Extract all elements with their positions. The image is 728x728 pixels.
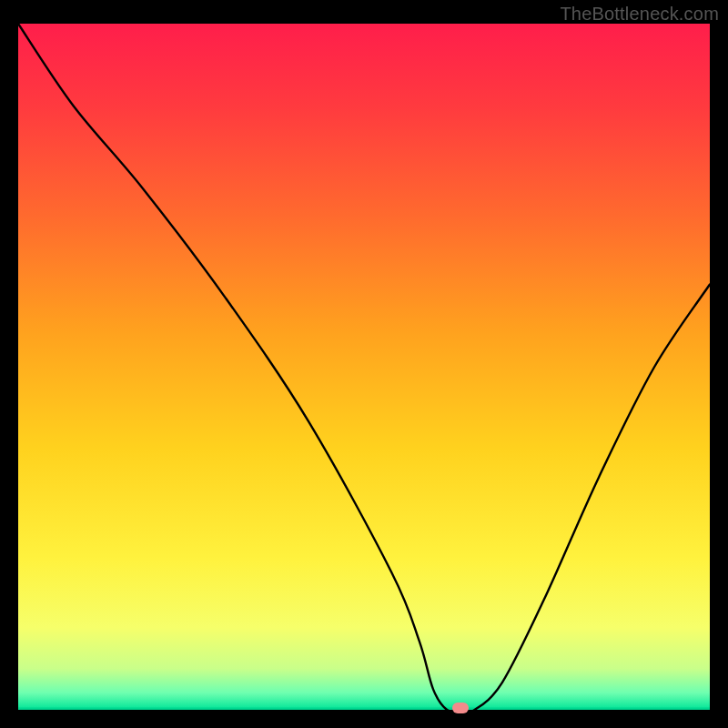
chart-frame: TheBottleneck.com (0, 0, 728, 728)
plot-area (18, 24, 710, 710)
watermark-text: TheBottleneck.com (560, 4, 719, 25)
chart-svg (18, 24, 710, 710)
optimal-point-marker (452, 703, 469, 713)
gradient-background (18, 24, 710, 710)
